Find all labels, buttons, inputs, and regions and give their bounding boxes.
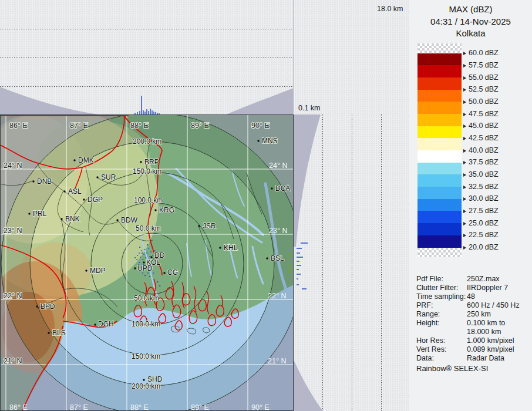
svg-text:MDP: MDP (90, 267, 106, 275)
color-swatch (417, 114, 462, 126)
svg-text:BLS: BLS (52, 329, 66, 337)
lat-label: 22° N (268, 292, 286, 300)
product-name: MAX (dBZ) (409, 4, 532, 16)
lon-label: 86° E (9, 403, 28, 411)
legend-threshold-label: 27.5 dBZ (463, 207, 499, 215)
svg-text:DNB: DNB (37, 177, 52, 186)
svg-text:DGH: DGH (98, 320, 114, 328)
color-swatch (417, 53, 462, 66)
color-swatch (417, 223, 462, 235)
svg-text:BDW: BDW (121, 216, 138, 224)
max-height-axis-label: 18.0 km (377, 5, 403, 13)
origin-height-axis-label: 0.1 km (298, 104, 321, 112)
legend-threshold-label: 42.5 dBZ (463, 134, 499, 142)
ring-label: 100.0 km (132, 320, 160, 328)
meta-row: Clutter Filter:IIRDoppler 7 (416, 284, 529, 292)
product-timestamp: 04:31 / 14-Nov-2025 (409, 16, 532, 28)
svg-text:ASL: ASL (68, 187, 82, 196)
svg-text:MNS: MNS (262, 137, 278, 145)
lat-label: 24° N (4, 161, 22, 170)
meta-row: Data:Radar Data (416, 354, 529, 363)
right-height-profile-panel (294, 114, 409, 411)
legend-threshold-label: 55.0 dBZ (463, 73, 499, 82)
svg-text:CG: CG (167, 268, 178, 277)
ring-label: 50.0 km (134, 294, 159, 302)
lon-label: 88° E (130, 403, 149, 411)
svg-text:PRL: PRL (33, 210, 47, 218)
lat-label: 23° N (4, 227, 22, 235)
lon-label: 88° E (130, 122, 149, 130)
legend-threshold-label: 25.0 dBZ (463, 219, 499, 227)
lon-label: 89° E (191, 122, 209, 130)
meta-row: Time sampling:48 (416, 292, 529, 301)
svg-text:KHL: KHL (224, 244, 238, 252)
meta-row: Hor Res:1.000 km/pixel (416, 336, 529, 345)
ring-label: 200.0 km (133, 137, 161, 146)
svg-text:DGP: DGP (87, 196, 103, 204)
map-panel: 200.0 km 150.0 km 100.0 km 50.0 km 50.0 … (0, 114, 294, 411)
echo-height-spikes (135, 96, 159, 114)
color-scale (417, 43, 462, 257)
lat-label: 21° N (4, 357, 22, 365)
svg-text:BNK: BNK (65, 215, 80, 223)
lat-label: 21° N (268, 357, 286, 365)
right-profile-plot (294, 114, 409, 411)
svg-text:UPD: UPD (137, 264, 153, 272)
ring-label: 150.0 km (133, 167, 161, 176)
color-swatch-above-max (417, 43, 462, 53)
meta-row: Vert Res:0.089 km/pixel (416, 345, 529, 354)
height-gridlines (323, 114, 382, 411)
legend-threshold-label: 30.0 dBZ (463, 194, 499, 203)
legend-threshold-label: 20.0 dBZ (463, 243, 499, 251)
color-swatch (417, 187, 462, 199)
svg-text:DCA: DCA (275, 184, 290, 193)
color-swatch (417, 102, 462, 114)
ring-label: 200.0 km (132, 382, 160, 390)
legend-threshold-label: 37.5 dBZ (463, 158, 499, 166)
svg-text:DMK: DMK (78, 156, 94, 164)
ring-label: 150.0 km (132, 352, 160, 361)
color-swatch (417, 211, 462, 223)
color-swatch (417, 90, 462, 102)
top-height-profile-panel (0, 0, 294, 114)
lat-label: 23° N (269, 227, 287, 235)
svg-text:BPD: BPD (41, 302, 55, 311)
meta-row: PRF:600 Hz / 450 Hz (416, 301, 529, 310)
legend-threshold-label: 50.0 dBZ (463, 97, 499, 106)
legend-threshold-label: 60.0 dBZ (463, 49, 499, 57)
lon-label: 90° E (251, 403, 270, 411)
height-gridlines (0, 29, 294, 87)
top-profile-plot (0, 0, 294, 114)
lat-label: 24° N (269, 161, 287, 170)
legend-threshold-label: 45.0 dBZ (463, 122, 499, 130)
lat-label: 22° N (4, 292, 22, 300)
meta-row: Pdf File:250Z.max (416, 275, 529, 284)
lon-label: 87° E (70, 122, 88, 130)
meta-row: Height:0.100 km to 18.000 km (416, 319, 529, 336)
color-swatch (417, 199, 462, 211)
legend-threshold-label: 22.5 dBZ (463, 231, 499, 239)
site-name: Kolkata (409, 28, 532, 40)
radar-map: 200.0 km 150.0 km 100.0 km 50.0 km 50.0 … (0, 114, 294, 411)
legend-threshold-label: 47.5 dBZ (463, 110, 499, 118)
legend-threshold-label: 52.5 dBZ (463, 85, 499, 93)
color-swatch (417, 163, 462, 175)
legend-threshold-label: 35.0 dBZ (463, 170, 499, 178)
meta-row: Range:250 km (416, 310, 529, 319)
lon-label: 90° E (251, 122, 270, 130)
ring-label: 50.0 km (136, 224, 161, 233)
svg-text:SUR: SUR (101, 173, 116, 181)
legend-threshold-label: 57.5 dBZ (463, 61, 499, 69)
color-swatch (417, 150, 462, 163)
svg-text:BRP: BRP (144, 158, 159, 166)
legend-panel: MAX (dBZ) 04:31 / 14-Nov-2025 Kolkata 60… (409, 0, 532, 411)
svg-text:KRG: KRG (159, 206, 174, 214)
scan-metadata: Pdf File:250Z.max Clutter Filter:IIRDopp… (416, 275, 529, 363)
ring-label: 100.0 km (134, 196, 163, 204)
color-swatch (417, 138, 462, 150)
legend-threshold-label: 40.0 dBZ (463, 146, 499, 154)
radar-application-window: { "header": { "product": "MAX (dBZ)", "t… (0, 0, 532, 411)
lon-label: 86° E (9, 122, 28, 130)
color-swatch (417, 78, 462, 90)
echo-height-dashes (297, 243, 308, 289)
